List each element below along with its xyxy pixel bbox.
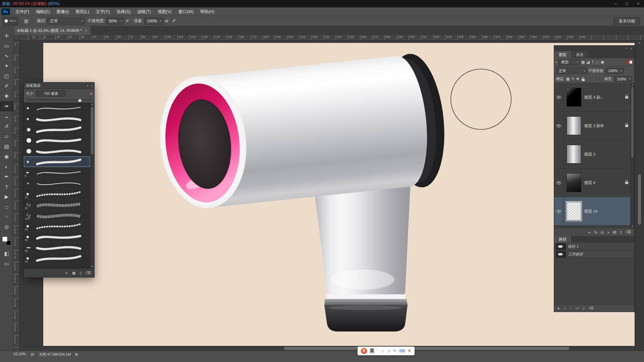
menu-item[interactable]: 图像(I) [53,7,72,16]
panel-menu-icon[interactable]: ≡ [631,47,632,50]
brush-preset-row[interactable]: 8 [24,167,90,178]
scroll-up-icon[interactable]: ▲ [90,103,94,106]
layer-visibility-toggle[interactable] [554,112,564,140]
size-slider[interactable] [26,98,92,102]
menu-item[interactable]: 窗口(W) [175,7,197,16]
slider-thumb[interactable] [78,99,81,102]
filter-adjustment-icon[interactable]: ◪ [586,60,590,64]
tab-close-icon[interactable]: × [85,29,87,33]
menu-item[interactable]: 帮助(H) [197,7,218,16]
brush-preset-row[interactable] [24,114,90,124]
gradient-tool[interactable]: ▤ [0,141,13,152]
brush-list-scrollbar[interactable]: ▲ ▼ [90,103,94,268]
scrollbar-handle[interactable] [284,347,569,350]
healing-brush-tool[interactable]: ✚ [0,91,13,101]
fill-path-icon[interactable]: ● [557,306,559,310]
zoom-level[interactable]: 33.33% [13,352,26,356]
emoji-icon[interactable]: ☺ [381,349,385,353]
minimize-button[interactable]: – [610,0,621,7]
keyboard-icon[interactable]: ⌨ [399,349,405,353]
layer-fill-select[interactable]: 100% [614,76,632,82]
shape-tool[interactable]: □ [0,202,13,212]
layer-visibility-toggle[interactable] [554,83,564,111]
new-layer-icon[interactable]: ▯ [620,230,622,234]
menu-item[interactable]: 滤镜(T) [134,7,154,16]
opacity-select[interactable]: 50% [106,18,124,24]
layer-visibility-toggle[interactable] [554,140,564,168]
move-tool[interactable]: ✛ [0,31,13,41]
path-row[interactable]: 工作路径 [554,250,634,258]
layers-scrollbar[interactable]: ▲ ▼ [630,83,634,228]
eraser-tool[interactable]: ▱ [0,131,13,141]
brush-tool[interactable]: ✑ [0,101,13,111]
handwriting-icon[interactable]: ✎ [393,349,396,353]
layer-effects-icon[interactable]: fx [594,230,597,234]
voice-icon[interactable]: ♫ [387,349,390,353]
workspace-switcher-button[interactable]: 基本功能 [614,17,640,25]
brush-preset-picker[interactable]: 700 ▾ [2,17,18,25]
lock-transparent-icon[interactable]: ▩ [566,77,570,81]
brush-preset-row[interactable] [24,146,90,157]
blur-tool[interactable]: ◉ [0,152,13,162]
sogou-logo-icon[interactable]: S [361,348,367,354]
brush-preset-row[interactable]: 65 [24,242,90,253]
close-button[interactable]: × [633,0,644,7]
clone-stamp-tool[interactable]: ◒ [0,111,13,121]
pen-pressure-opacity-icon[interactable]: ✐ [124,17,131,25]
dodge-tool[interactable]: ◐ [0,162,13,172]
eyedropper-tool[interactable]: ✐ [0,81,13,91]
quick-mask-button[interactable]: ◧ [0,249,13,259]
menu-item[interactable]: 文字(Y) [93,7,113,16]
tab-layers[interactable]: 图层 [554,51,571,58]
blend-mode-select[interactable]: 正常 [47,18,85,24]
lock-position-icon[interactable]: ✥ [576,77,579,81]
type-tool[interactable]: T [0,182,13,192]
layer-mask-icon[interactable]: ◘ [601,230,603,234]
screen-mode-button[interactable]: ▭ [0,259,13,269]
adjustment-layer-icon[interactable]: ◑ [607,230,609,234]
brush-preset-row[interactable] [24,135,90,146]
layer-row[interactable]: 图层 14 [554,197,634,226]
close-panel-icon[interactable]: × [91,84,93,87]
color-swatches[interactable] [2,237,11,245]
hand-tool[interactable]: ☞ [0,212,13,222]
ime-language-toggle[interactable]: 英 [370,348,374,354]
horizontal-ruler[interactable]: 1001020304050607080901001101201301401501… [19,35,644,40]
pen-tool[interactable]: ✒ [0,172,13,182]
scrollbar-handle[interactable] [91,107,94,154]
maximize-button[interactable]: □ [621,0,633,7]
brush-preset-row[interactable] [24,103,90,114]
layer-visibility-toggle[interactable] [554,169,564,197]
lasso-tool[interactable]: ∿ [0,51,13,61]
filter-smart-icon[interactable]: ▣ [601,60,604,64]
layer-filter-select[interactable]: 类型 [558,59,580,65]
layer-filter-switch[interactable] [627,60,633,64]
brush-preset-row[interactable] [24,157,90,167]
history-brush-tool[interactable]: ↺ [0,121,13,131]
panel-header[interactable]: 画笔预设 « × [24,82,94,89]
rect-marquee-tool[interactable]: ▭ [0,41,13,51]
path-selection-icon[interactable]: ◌ [570,306,572,310]
horizontal-scrollbar[interactable] [19,346,635,351]
crop-tool[interactable]: ◰ [0,71,13,81]
scroll-down-icon[interactable]: ▼ [631,225,634,228]
expand-dock-icon[interactable]: » [635,40,644,46]
path-mask-icon[interactable]: ▭ [576,306,579,310]
stroke-path-icon[interactable]: ○ [564,306,566,310]
tab-paths[interactable]: 路径 [554,236,571,243]
link-layers-icon[interactable]: ∞ [588,230,591,234]
document-tab[interactable]: 未标题-1 @ 33.3% (图层 14, RGB/8) * × [13,26,91,35]
scroll-down-icon[interactable]: ▼ [90,265,94,268]
brush-preset-row[interactable]: 10 [24,189,90,199]
airbrush-toggle-icon[interactable]: ≋ [163,17,170,25]
layer-row[interactable]: 图层 4 [554,169,634,197]
layer-group-icon[interactable]: ▤ [613,230,616,234]
layer-opacity-select[interactable]: 100% [605,68,624,74]
path-row[interactable]: 路径 1 [554,243,634,250]
path-select-tool[interactable]: ▶ [0,192,13,202]
delete-layer-icon[interactable]: ⌫ [626,230,631,234]
dock-scrollbar-handle[interactable] [638,174,641,225]
foreground-color-swatch[interactable] [2,237,7,242]
menu-item[interactable]: 选择(S) [113,7,134,16]
menu-item[interactable]: 视图(V) [154,7,175,16]
